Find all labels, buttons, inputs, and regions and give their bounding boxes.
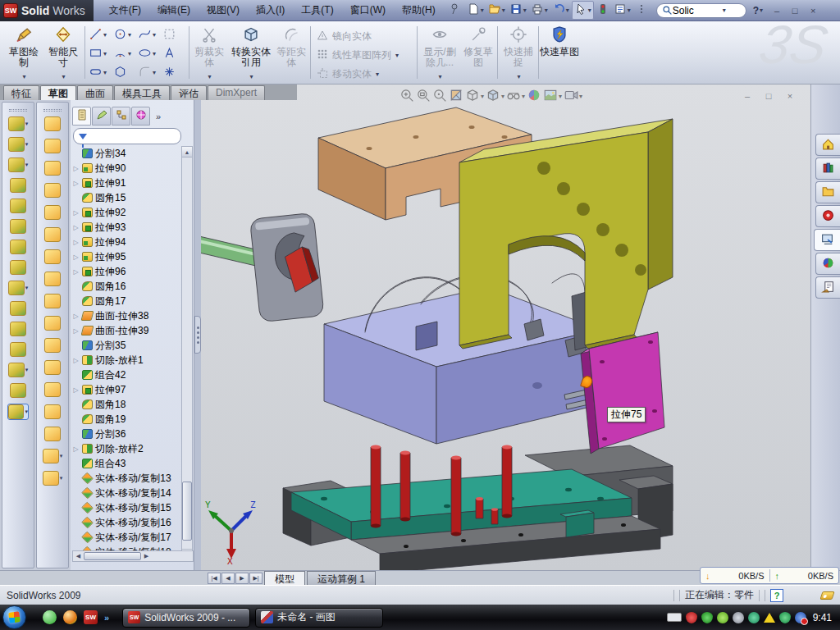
dropdown-caret-icon[interactable]: ▾ <box>376 71 379 78</box>
view-orientation-button[interactable]: ▾ <box>465 88 484 105</box>
status-help-button[interactable]: ? <box>770 589 783 602</box>
dropdown-caret-icon[interactable]: ▾ <box>517 73 520 80</box>
taskbar-window-solidworks[interactable]: SWSolidWorks 2009 - ... <box>122 608 250 628</box>
dropdown-caret-icon[interactable]: ▾ <box>522 93 525 100</box>
feature-tool-3-button[interactable]: ▾ <box>7 158 29 172</box>
search-box[interactable]: ▾ <box>656 3 746 18</box>
rectangle-tool[interactable]: ▾ <box>89 46 113 62</box>
dropdown-caret-icon[interactable]: ▾ <box>628 7 631 14</box>
spline-tool[interactable]: ▾ <box>138 27 162 43</box>
feature-tree-item[interactable]: 圆角19 <box>72 412 182 427</box>
feature-manager-tab[interactable] <box>72 107 91 126</box>
feature-tool-2-button[interactable] <box>42 139 63 153</box>
circle-tool[interactable]: ▾ <box>113 27 138 43</box>
feature-tool-14-button[interactable] <box>42 404 63 419</box>
tree-vertical-scrollbar[interactable]: ▲ ▼ <box>181 146 193 560</box>
view-settings-button[interactable]: ▾ <box>564 88 582 105</box>
dropdown-caret-icon[interactable]: ▾ <box>25 367 29 373</box>
antivirus-shield-tray-icon[interactable] <box>701 612 713 623</box>
trim-entities-button[interactable]: 剪裁实体▾ <box>191 24 227 82</box>
property-manager-tab[interactable] <box>92 107 111 126</box>
doc-restore-button[interactable]: □ <box>761 89 776 102</box>
feature-tool-7-button[interactable] <box>7 240 29 254</box>
feature-tree-item[interactable]: 圆角16 <box>72 279 182 294</box>
dropdown-caret-icon[interactable]: ▾ <box>25 141 29 148</box>
network-vpn-tray-icon[interactable] <box>748 612 760 623</box>
system-update-tray-icon[interactable] <box>717 612 728 623</box>
close-button[interactable]: × <box>806 4 820 16</box>
feature-tool-12-button[interactable] <box>42 360 63 375</box>
feature-tree-item[interactable]: 实体-移动/复制15 <box>72 500 182 515</box>
graphics-area[interactable]: ▾▾▾▾▾ – □ × Y Z X 拉伸75 <box>201 84 810 570</box>
expand-icon[interactable]: ▷ <box>72 180 80 187</box>
dropdown-caret-icon[interactable]: ▾ <box>395 52 399 59</box>
tab-dimxpert[interactable]: DimXpert <box>208 85 265 100</box>
expand-icon[interactable]: ▷ <box>72 253 80 261</box>
appearances-scenes-tab[interactable] <box>815 253 840 275</box>
rapid-sketch-button[interactable]: 快速草图 <box>540 24 579 82</box>
sketch-button[interactable]: 草图绘制▾ <box>5 24 43 82</box>
feature-tree-item[interactable]: 圆角15 <box>72 190 182 205</box>
pin-button[interactable] <box>448 2 464 19</box>
expand-icon[interactable]: ▷ <box>72 357 80 364</box>
line-tool[interactable]: ▾ <box>89 27 113 43</box>
splitter-grip[interactable] <box>194 316 201 354</box>
dropdown-caret-icon[interactable]: ▾ <box>545 7 548 14</box>
open-button[interactable]: ▾ <box>486 2 507 19</box>
apply-scene-button[interactable]: ▾ <box>543 88 562 105</box>
messenger-quicklaunch-icon[interactable] <box>43 610 57 624</box>
dropdown-caret-icon[interactable]: ▾ <box>153 69 156 76</box>
expand-icon[interactable]: ▷ <box>72 386 80 394</box>
print-button[interactable]: ▾ <box>529 2 550 19</box>
dropdown-caret-icon[interactable]: ▾ <box>60 475 63 482</box>
display-style-button[interactable]: ▾ <box>486 88 504 105</box>
feature-tree-item[interactable]: 实体-移动/复制13 <box>72 471 182 486</box>
dropdown-caret-icon[interactable]: ▾ <box>128 50 131 57</box>
dropdown-caret-icon[interactable]: ▾ <box>501 93 504 100</box>
keyboard-tray-icon[interactable] <box>667 613 682 622</box>
feature-tool-1-button[interactable] <box>42 116 63 131</box>
sketch-text-tool[interactable] <box>162 46 187 62</box>
scroll-right-icon[interactable]: ▶ <box>141 553 152 559</box>
dropdown-caret-icon[interactable]: ▾ <box>579 93 582 100</box>
doc-tab-nav-1[interactable]: ◀ <box>221 573 235 584</box>
doc-tab-nav-3[interactable]: ▶| <box>249 573 262 584</box>
slot-tool[interactable]: ▾ <box>89 65 113 81</box>
undo-button[interactable]: ▾ <box>550 2 571 19</box>
restore-button[interactable]: □ <box>788 4 802 16</box>
rebuild-button[interactable] <box>595 2 611 19</box>
dropdown-caret-icon[interactable]: ▾ <box>153 50 156 57</box>
offset-entities-button[interactable]: 等距实体 <box>274 24 308 82</box>
linear-sketch-pattern-button[interactable]: 线性草图阵列▾ <box>316 46 421 64</box>
dropdown-caret-icon[interactable]: ▾ <box>559 93 562 100</box>
wireless-alert-tray-icon[interactable] <box>764 613 775 623</box>
feature-tool-8-button[interactable] <box>7 260 29 275</box>
feature-tool-5-button[interactable] <box>42 205 63 220</box>
point-tool[interactable] <box>162 65 187 81</box>
taskbar-window-paint[interactable]: 未命名 - 画图 <box>255 608 383 628</box>
dropdown-caret-icon[interactable]: ▾ <box>249 73 253 80</box>
move-entities-button[interactable]: 移动实体▾ <box>316 65 421 83</box>
zoom-area-button[interactable] <box>416 88 431 105</box>
dropdown-caret-icon[interactable]: ▾ <box>25 285 29 291</box>
expand-icon[interactable]: ▷ <box>72 239 80 246</box>
feature-tool-9-button[interactable] <box>42 294 63 308</box>
doc-close-button[interactable]: × <box>783 89 797 102</box>
search-input[interactable] <box>673 5 722 16</box>
doc-tab-nav-2[interactable]: ▶ <box>235 573 249 584</box>
feature-tree-item[interactable]: ▷曲面-拉伸38 <box>72 308 182 323</box>
feature-tree-item[interactable]: ▷拉伸97 <box>72 382 182 397</box>
feature-tool-2-button[interactable]: ▾ <box>7 137 29 152</box>
feature-tree-item[interactable]: 组合42 <box>72 368 182 382</box>
sketch-fillet-tool[interactable]: ▾ <box>138 65 162 81</box>
doc-tab-nav-0[interactable]: |◀ <box>208 573 221 584</box>
solidworks-resources-tab[interactable] <box>815 205 840 227</box>
tree-horizontal-scrollbar[interactable]: ◀ ▶ <box>72 550 194 562</box>
dropdown-caret-icon[interactable]: ▾ <box>62 73 65 80</box>
feature-tree-item[interactable]: ▷拉伸92 <box>72 205 182 220</box>
zoom-to-selection-button[interactable] <box>432 88 447 105</box>
zoom-fit-button[interactable] <box>399 88 414 105</box>
menu-tools[interactable]: 工具(T) <box>294 1 340 20</box>
select-box-tool[interactable] <box>162 27 187 43</box>
polygon-tool[interactable] <box>113 65 138 81</box>
